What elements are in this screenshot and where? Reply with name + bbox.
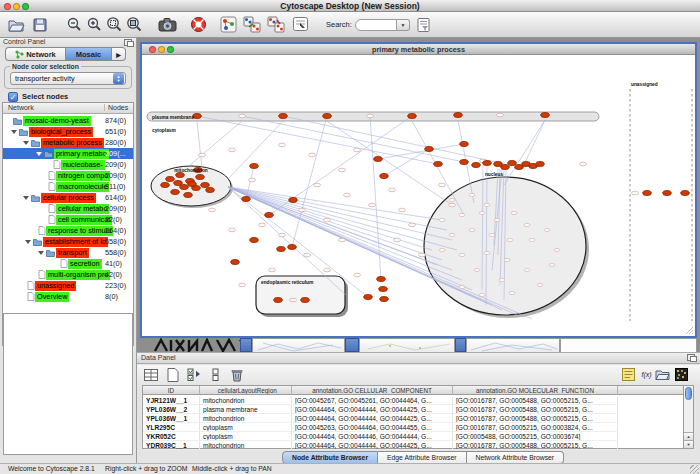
tree-row[interactable]: Overview8(0) xyxy=(3,291,133,302)
tree-row[interactable]: response to stimulu264(0) xyxy=(3,225,133,236)
scrollbar-thumb[interactable] xyxy=(685,387,692,400)
help-lifesaver-icon[interactable] xyxy=(188,15,208,35)
table-cell[interactable]: plasma membrane xyxy=(200,405,292,414)
table-cell[interactable]: YJR121W__1 xyxy=(143,396,200,405)
window-titlebar[interactable]: Cytoscape Desktop (New Session) xyxy=(0,0,700,12)
tree-row[interactable]: metabolic process280(0) xyxy=(3,137,133,148)
table-cell[interactable]: cytoplasm xyxy=(200,432,292,441)
search-options-icon[interactable] xyxy=(414,15,434,35)
tab-mosaic[interactable]: Mosaic xyxy=(65,47,112,61)
table-cell[interactable]: [GO:0045263, GO:0044464, GO:0044455, G..… xyxy=(292,423,453,432)
table-cell[interactable]: [GO:0044464, GO:0044446, GO:0044444, G..… xyxy=(292,432,453,441)
tree-row[interactable]: mosaic-demo-yeast874(0) xyxy=(3,115,133,126)
table-cell[interactable]: [GO:0044464, GO:0044444, GO:0044425, G..… xyxy=(292,414,453,423)
tree-column-network[interactable]: Network xyxy=(8,104,34,111)
table-cell[interactable]: YPL036W__2 xyxy=(143,405,200,414)
tree-column-nodes[interactable]: Nodes xyxy=(104,104,128,111)
formula-note-icon[interactable] xyxy=(621,367,636,382)
node-color-dropdown[interactable]: transporter activity ▲▼ xyxy=(10,72,126,85)
tree-row[interactable]: transport558(0) xyxy=(3,247,133,258)
table-cell[interactable]: mitochondrion xyxy=(200,441,292,450)
table-column-header[interactable]: annotation.GO MOLECULAR_FUNCTION xyxy=(453,386,618,395)
background-window-fragment[interactable] xyxy=(240,338,252,352)
network-canvas[interactable]: plasma membrane cytoplasm mitochondrion … xyxy=(142,55,695,336)
tree-row[interactable]: cell communicat22(0) xyxy=(3,214,133,225)
table-column-header[interactable]: _cellularLayoutRegion xyxy=(200,386,292,395)
attribute-grid-icon[interactable] xyxy=(143,367,158,382)
table-cell[interactable]: mitochondrion xyxy=(200,414,292,423)
table-cell[interactable]: YLR295C xyxy=(143,423,200,432)
zoom-fit-icon[interactable] xyxy=(104,15,124,35)
tree-row[interactable]: establishment of lo558(0) xyxy=(3,236,133,247)
tree-row[interactable]: macromolecule311(0) xyxy=(3,181,133,192)
expand-arrow-icon[interactable] xyxy=(23,141,29,145)
table-cell[interactable]: [GO:0044464, GO:0044444, GO:0044425, G..… xyxy=(292,405,453,414)
snapshot-camera-icon[interactable] xyxy=(158,15,178,35)
table-scrollbar[interactable]: ▲ ▼ xyxy=(683,385,694,449)
table-cell[interactable]: [GO:0016787, GO:0005488, GO:0005215, G..… xyxy=(453,441,618,450)
function-builder-icon[interactable]: f(x) xyxy=(639,367,654,382)
expand-arrow-icon[interactable] xyxy=(11,130,17,134)
float-panel-icon[interactable] xyxy=(124,39,132,46)
background-window-fragment[interactable] xyxy=(560,338,697,352)
zoom-out-icon[interactable] xyxy=(64,15,84,35)
tree-row[interactable]: primary metabo209(... xyxy=(3,148,133,159)
expand-arrow-icon[interactable] xyxy=(38,251,44,255)
import-network-icon[interactable] xyxy=(242,15,262,35)
vizmapper-icon[interactable] xyxy=(218,15,238,35)
search-dropdown-icon[interactable]: ▼ xyxy=(397,19,410,31)
background-window-fragment[interactable] xyxy=(359,338,455,352)
table-cell[interactable]: mitochondrion xyxy=(200,396,292,405)
tab-overflow-arrow[interactable]: ▶ xyxy=(112,47,126,61)
float-data-panel-icon[interactable] xyxy=(687,354,695,361)
birdseye-view-panel[interactable] xyxy=(3,313,133,455)
background-window-fragment[interactable] xyxy=(455,338,466,352)
scroll-down-icon[interactable]: ▼ xyxy=(684,440,693,448)
tree-row[interactable]: nucleobase-209(0) xyxy=(3,159,133,170)
table-cell[interactable]: cytoplasm xyxy=(200,423,292,432)
table-column-header[interactable]: ID xyxy=(143,386,200,395)
expand-arrow-icon[interactable] xyxy=(23,196,29,200)
table-cell[interactable]: [GO:0016787, GO:0005215, GO:0003824, G..… xyxy=(453,423,618,432)
tree-row[interactable]: cellular process614(0) xyxy=(3,192,133,203)
table-cell[interactable]: YKR052C xyxy=(143,432,200,441)
background-window-fragment[interactable] xyxy=(345,338,359,352)
expand-arrow-icon[interactable] xyxy=(25,240,31,244)
scroll-up-icon[interactable]: ▲ xyxy=(684,432,693,440)
select-nodes-checkbox[interactable]: ✓ xyxy=(8,92,18,102)
network-window-titlebar[interactable]: primary metabolic process xyxy=(142,44,695,55)
table-cell[interactable]: [GO:0005488, GO:0005215, GO:0003674] xyxy=(453,432,618,441)
canvas-resize-grip-icon[interactable] xyxy=(686,327,693,334)
open-session-icon[interactable] xyxy=(6,15,26,35)
unselect-attributes-icon[interactable] xyxy=(209,367,224,382)
zoom-in-icon[interactable] xyxy=(84,15,104,35)
new-attribute-icon[interactable] xyxy=(165,367,180,382)
window-resize-grip[interactable] xyxy=(690,465,699,474)
tree-row[interactable]: cellular metabo209(0) xyxy=(3,203,133,214)
import-attributes-icon[interactable] xyxy=(655,367,670,382)
table-cell[interactable]: [GO:0044464, GO:0044444, GO:0044425, G..… xyxy=(292,441,453,450)
tree-row[interactable]: multi-organism pro42(0) xyxy=(3,269,133,280)
tree-row[interactable]: secretion41(0) xyxy=(3,258,133,269)
background-window-fragment[interactable] xyxy=(252,338,345,352)
tab-network[interactable]: Network xyxy=(5,47,65,61)
zoom-selected-icon[interactable] xyxy=(124,15,144,35)
tree-row[interactable]: nitrogen compo209(0) xyxy=(3,170,133,181)
search-input[interactable] xyxy=(355,19,397,31)
table-cell[interactable]: [GO:0016787, GO:0005488, GO:0005215, G..… xyxy=(453,396,618,405)
table-cell[interactable]: [GO:0016787, GO:0005488, GO:0005215, G..… xyxy=(453,414,618,423)
matrix-icon[interactable] xyxy=(674,367,689,382)
background-window-fragment[interactable] xyxy=(466,338,560,352)
table-cell[interactable]: YDR039C__1 xyxy=(143,441,200,450)
table-cell[interactable]: [GO:0045267, GO:0045261, GO:0044464, G..… xyxy=(292,396,453,405)
expand-arrow-icon[interactable] xyxy=(36,152,42,156)
import-network-files-icon[interactable] xyxy=(266,15,286,35)
delete-attribute-icon[interactable] xyxy=(229,367,244,382)
tree-row[interactable]: biological_process651(0) xyxy=(3,126,133,137)
select-attributes-icon[interactable] xyxy=(187,367,202,382)
import-annotation-icon[interactable] xyxy=(290,15,310,35)
table-cell[interactable]: [GO:0016787, GO:0005488, GO:0005215, G..… xyxy=(453,405,618,414)
table-column-header[interactable]: annotation.GO CELLULAR_COMPONENT xyxy=(292,386,453,395)
save-session-icon[interactable] xyxy=(30,15,50,35)
tree-row[interactable]: unassigned223(0) xyxy=(3,280,133,291)
